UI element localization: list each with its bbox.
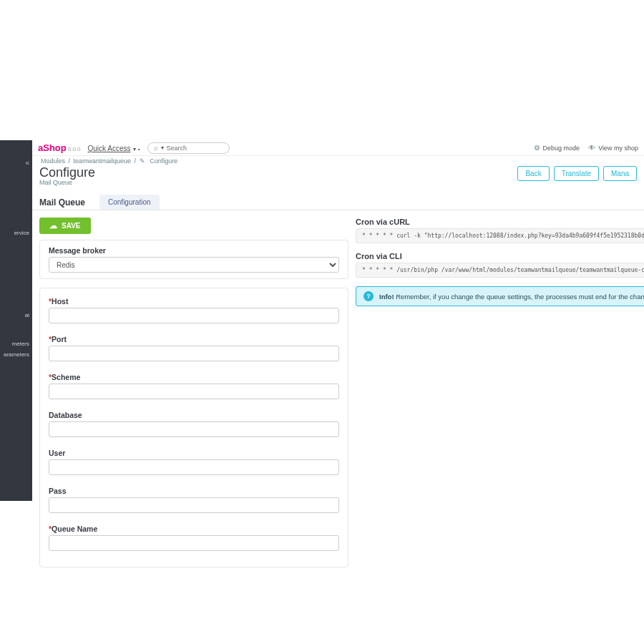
save-button[interactable]: ☁SAVE <box>39 218 91 234</box>
tab-configuration[interactable]: Configuration <box>99 195 159 210</box>
cron-cli-command: * * * * * /usr/bin/php /var/www/html/mod… <box>356 263 644 278</box>
panel-heading: Mail Queue <box>39 197 85 208</box>
label-pass: Pass <box>49 487 339 495</box>
view-shop-link[interactable]: 👁View my shop <box>588 144 638 152</box>
sidebar-collapse-icon[interactable]: « <box>25 159 28 167</box>
info-alert: ? Info! Remember, if you change the queu… <box>356 286 644 306</box>
panel-message-broker: Message broker Redis <box>39 240 348 279</box>
cron-curl-command: * * * * * curl -k "http://localhost:1208… <box>356 228 644 243</box>
chevron-down-icon: ▾ <box>161 145 164 151</box>
eye-icon: 👁 <box>588 144 595 152</box>
host-input[interactable] <box>49 308 339 323</box>
translate-button[interactable]: Translate <box>554 166 599 181</box>
page-title: Configure <box>39 166 95 179</box>
tabs: Mail Queue Configuration <box>32 190 644 210</box>
breadcrumb-item[interactable]: teamwantmailqueue <box>74 157 132 165</box>
page-subtitle: Mail Queue <box>39 179 95 186</box>
queue-name-input[interactable] <box>49 535 339 551</box>
info-icon: ? <box>364 291 374 301</box>
sidebar-item[interactable]: al <box>24 308 31 322</box>
chevron-down-icon: ▾ <box>133 146 136 152</box>
topbar: aShop8.0.0 Quick Access ▾ • ⌕ ▾ ⚙Debug m… <box>32 140 644 156</box>
search-box[interactable]: ⌕ ▾ <box>147 142 230 154</box>
quick-access-dropdown[interactable]: Quick Access ▾ • <box>88 144 140 152</box>
port-input[interactable] <box>49 346 339 361</box>
cloud-icon: ☁ <box>49 221 57 230</box>
scheme-input[interactable] <box>49 384 339 399</box>
brand-logo-fragment: aShop8.0.0 <box>38 142 81 153</box>
label-message-broker: Message broker <box>49 246 339 255</box>
label-user: User <box>49 449 339 457</box>
label-scheme: *Scheme <box>49 373 339 381</box>
label-database: Database <box>49 411 339 419</box>
label-host: *Host <box>49 297 339 306</box>
cron-cli-title: Cron via CLI <box>356 252 644 260</box>
breadcrumb: Modules / teamwantmailqueue / ✎ Configur… <box>32 156 644 166</box>
label-queue-name: *Queue Name <box>49 525 339 533</box>
database-input[interactable] <box>49 421 339 437</box>
sidebar-item[interactable]: ervice <box>13 226 31 240</box>
breadcrumb-item[interactable]: Modules <box>41 157 65 165</box>
debug-mode-link[interactable]: ⚙Debug mode <box>534 144 580 152</box>
user-input[interactable] <box>49 459 339 475</box>
sidebar: « ervice al meters arameters <box>0 140 32 501</box>
panel-connection: *Host *Port *Scheme <box>39 288 348 567</box>
back-button[interactable]: Back <box>517 166 549 181</box>
bug-icon: ⚙ <box>534 144 540 152</box>
manage-button[interactable]: Mana <box>603 166 637 181</box>
label-port: *Port <box>49 335 339 343</box>
search-icon: ⌕ <box>154 144 158 152</box>
search-input[interactable] <box>167 145 224 152</box>
cron-curl-title: Cron via cURL <box>356 218 644 226</box>
message-broker-select[interactable]: Redis <box>49 257 339 273</box>
pass-input[interactable] <box>49 497 339 513</box>
sidebar-item[interactable]: arameters <box>2 348 31 361</box>
breadcrumb-item: Configure <box>150 157 177 165</box>
